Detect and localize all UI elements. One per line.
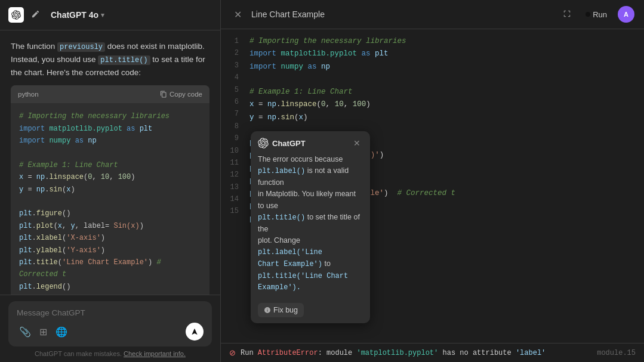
chevron-down-icon: ▾	[101, 11, 104, 19]
popup-header-left: ChatGPT	[258, 138, 306, 148]
model-selector[interactable]: ChatGPT 4o ▾	[47, 8, 108, 22]
close-editor-button[interactable]: ✕	[230, 8, 245, 21]
line-numbers: 123456789101112131415	[221, 29, 245, 224]
chatgpt-logo	[8, 7, 24, 23]
bottom-panel: ⊘ Run AttributeError: module 'matplotlib…	[221, 343, 644, 362]
chatgpt-popup: ChatGPT ✕ The error occurs because plt.l…	[251, 131, 370, 323]
error-colon: : module	[318, 349, 357, 357]
left-header: ChatGPT 4o ▾	[0, 0, 220, 30]
error-icon: ⊘	[229, 348, 236, 357]
code-line: # Example 1: Line Chart	[249, 86, 634, 98]
file-title: Line Chart Example	[251, 10, 325, 19]
code-line: y = np.sin(x)	[249, 112, 634, 124]
run-button[interactable]: Run	[580, 8, 613, 21]
error-attr: 'label'	[516, 349, 546, 357]
message-paragraph-1: The function previously does not exist i…	[11, 40, 209, 79]
error-line-ref: module.15	[597, 349, 636, 357]
avatar: A	[618, 6, 634, 23]
input-actions: 📎 ⊞ 🌐	[17, 323, 204, 341]
disclaimer-text: ChatGPT can make mistakes. Check importa…	[8, 350, 212, 357]
right-header-left: ✕ Line Chart Example	[230, 8, 325, 21]
popup-body: The error occurs because plt.label() is …	[251, 153, 370, 299]
popup-title: ChatGPT	[272, 139, 306, 148]
disclaimer-link[interactable]: Check important info.	[124, 350, 186, 357]
language-label: python	[18, 89, 39, 100]
right-panel: ✕ Line Chart Example Run A 1234567891011…	[221, 0, 644, 362]
fix-bug-label: Fix bug	[273, 306, 298, 314]
globe-button[interactable]: 🌐	[53, 324, 70, 340]
code-line: # Importing the necessary libraries	[249, 35, 634, 48]
code-body: # Importing the necessary libraries impo…	[11, 103, 209, 295]
code-line: import matplotlib.pyplot as plt	[249, 48, 634, 60]
popup-header: ChatGPT ✕	[251, 131, 370, 153]
input-left-icons: 📎 ⊞ 🌐	[17, 324, 70, 340]
right-header: ✕ Line Chart Example Run A	[221, 0, 644, 29]
run-label: Run	[593, 10, 607, 19]
edit-button[interactable]	[29, 7, 42, 23]
code-line: x = np.linspace(0, 10, 100)	[249, 98, 634, 111]
error-type: AttributeError	[258, 349, 318, 357]
fix-bug-button[interactable]: Fix bug	[258, 303, 304, 317]
code-line	[249, 73, 634, 86]
left-footer: 📎 ⊞ 🌐 ChatGPT can make mistakes. Check i…	[0, 295, 220, 362]
copy-code-button[interactable]: Copy code	[160, 91, 202, 98]
error-text: Run AttributeError: module 'matplotlib.p…	[241, 349, 597, 357]
message-input[interactable]	[17, 308, 204, 317]
left-panel: ChatGPT 4o ▾ The function previously doe…	[0, 0, 221, 362]
run-dot	[586, 12, 590, 17]
chatgpt-popup-logo	[258, 138, 269, 148]
code-header: python Copy code	[11, 85, 209, 103]
message-input-wrap: 📎 ⊞ 🌐	[8, 301, 212, 346]
popup-close-button[interactable]: ✕	[351, 137, 363, 149]
model-label: ChatGPT 4o	[51, 10, 98, 20]
run-prefix: Run	[241, 349, 258, 357]
expand-button[interactable]	[559, 7, 575, 22]
grid-button[interactable]: ⊞	[37, 324, 50, 340]
code-block: python Copy code # Importing the necessa…	[11, 85, 209, 295]
code-line: import numpy as np	[249, 61, 634, 73]
error-has-no: has no attribute	[438, 349, 516, 357]
right-header-right: Run A	[559, 6, 634, 23]
error-bar: ⊘ Run AttributeError: module 'matplotlib…	[221, 344, 644, 362]
chat-content: The function previously does not exist i…	[0, 30, 220, 295]
send-button[interactable]	[186, 323, 204, 341]
error-module: 'matplotlib.pyplot'	[356, 349, 438, 357]
attach-button[interactable]: 📎	[17, 324, 33, 340]
popup-footer: Fix bug	[251, 299, 370, 323]
